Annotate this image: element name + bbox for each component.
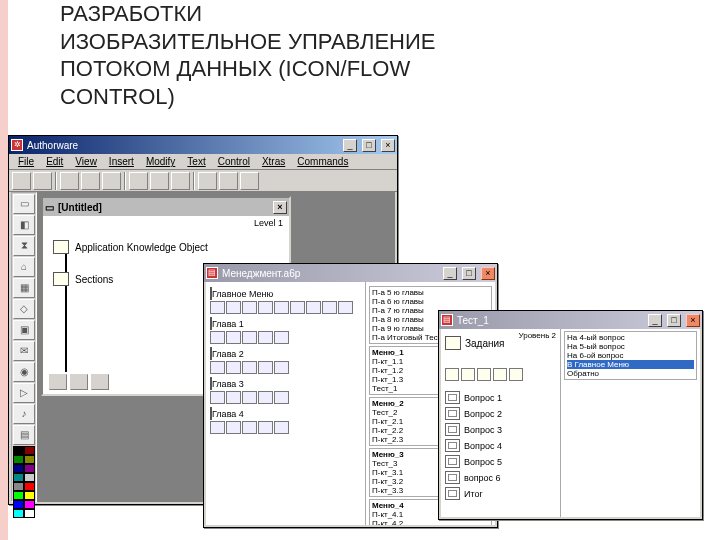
color-swatch[interactable] <box>24 464 35 473</box>
menu-text[interactable]: Text <box>182 155 210 168</box>
close-button[interactable]: × <box>381 139 395 152</box>
nav-option[interactable]: На 4-ый вопрос <box>567 333 694 342</box>
tool-button[interactable] <box>171 172 190 190</box>
tool-button[interactable] <box>102 172 121 190</box>
titlebar[interactable]: ▤ Менеджмент.a6p _ □ × <box>204 264 497 282</box>
chapter-item[interactable]: Глава 3 <box>210 378 361 404</box>
palette-icon[interactable]: ▣ <box>13 320 35 340</box>
color-swatch[interactable] <box>24 455 35 464</box>
question-label: Вопрос 1 <box>464 393 502 403</box>
flow-node[interactable]: Application Knowledge Object <box>53 240 208 254</box>
color-swatch[interactable] <box>13 464 24 473</box>
palette-icon[interactable]: ⌂ <box>13 257 35 277</box>
color-swatch[interactable] <box>24 500 35 509</box>
tool-button[interactable] <box>12 172 31 190</box>
color-swatch[interactable] <box>13 446 24 455</box>
branch-icon[interactable] <box>509 368 523 381</box>
question-row[interactable]: Итог <box>445 487 556 500</box>
palette-icon[interactable]: ◉ <box>13 362 35 382</box>
question-row[interactable]: Вопрос 1 <box>445 391 556 404</box>
menu-bar: File Edit View Insert Modify Text Contro… <box>9 154 397 170</box>
color-swatch[interactable] <box>24 473 35 482</box>
nav-option[interactable]: Обратно <box>567 369 694 378</box>
chapter-item[interactable]: Глава 2 <box>210 348 361 374</box>
color-swatch[interactable] <box>13 482 24 491</box>
menu-view[interactable]: View <box>70 155 102 168</box>
palette-icon[interactable]: ✉ <box>13 341 35 361</box>
minimize-button[interactable]: _ <box>343 139 357 152</box>
question-row[interactable]: Вопрос 5 <box>445 455 556 468</box>
titlebar[interactable]: ▤ Тест_1 _ □ × <box>439 311 702 329</box>
menu-file[interactable]: File <box>13 155 39 168</box>
palette-icon[interactable]: ◇ <box>13 299 35 319</box>
menu-edit[interactable]: Edit <box>41 155 68 168</box>
tool-button[interactable] <box>150 172 169 190</box>
question-row[interactable]: Вопрос 3 <box>445 423 556 436</box>
footer-button[interactable] <box>70 374 88 390</box>
tool-button[interactable] <box>129 172 148 190</box>
tool-button[interactable] <box>60 172 79 190</box>
footer-button[interactable] <box>49 374 67 390</box>
level-label: Level 1 <box>254 218 283 228</box>
close-icon[interactable]: × <box>273 201 287 214</box>
question-label: Вопрос 4 <box>464 441 502 451</box>
maximize-button[interactable]: □ <box>667 314 681 327</box>
tool-button[interactable] <box>219 172 238 190</box>
menu-commands[interactable]: Commands <box>292 155 353 168</box>
options-box: На 4-ый вопросНа 5-ый вопросНа 6-ой вопр… <box>564 331 697 380</box>
color-swatch[interactable] <box>13 473 24 482</box>
color-swatch[interactable] <box>13 509 24 518</box>
palette-icon[interactable]: ▦ <box>13 278 35 298</box>
menu-xtras[interactable]: Xtras <box>257 155 290 168</box>
menu-control[interactable]: Control <box>213 155 255 168</box>
branch-icon[interactable] <box>493 368 507 381</box>
branch-row <box>445 368 556 381</box>
chapter-item[interactable]: Глава 1 <box>210 318 361 344</box>
color-swatch[interactable] <box>13 491 24 500</box>
palette-icon[interactable]: ♪ <box>13 404 35 424</box>
test-window: ▤ Тест_1 _ □ × Уровень 2 Задания <box>438 310 703 520</box>
menu-modify[interactable]: Modify <box>141 155 180 168</box>
question-row[interactable]: вопрос 6 <box>445 471 556 484</box>
maximize-button[interactable]: □ <box>462 267 476 280</box>
palette-icon[interactable]: ▭ <box>13 194 35 214</box>
question-row[interactable]: Вопрос 2 <box>445 407 556 420</box>
palette-icon[interactable]: ▷ <box>13 383 35 403</box>
color-swatch[interactable] <box>24 482 35 491</box>
branch-icon[interactable] <box>445 368 459 381</box>
branch-icon[interactable] <box>477 368 491 381</box>
tool-button[interactable] <box>33 172 52 190</box>
tool-button[interactable] <box>240 172 259 190</box>
chapter-root[interactable]: Главное Меню <box>210 288 361 314</box>
tool-button[interactable] <box>198 172 217 190</box>
minimize-button[interactable]: _ <box>648 314 662 327</box>
close-button[interactable]: × <box>481 267 495 280</box>
box-item[interactable]: П-а 6 ю главы <box>372 297 489 306</box>
color-swatch[interactable] <box>24 509 35 518</box>
color-swatch[interactable] <box>24 491 35 500</box>
titlebar[interactable]: ✲ Authorware _ □ × <box>9 136 397 154</box>
color-swatch[interactable] <box>13 455 24 464</box>
nav-option[interactable]: В Главное Меню <box>567 360 694 369</box>
palette-icon[interactable]: ◧ <box>13 215 35 235</box>
color-swatch[interactable] <box>13 500 24 509</box>
window-title: Менеджмент.a6p <box>222 268 300 279</box>
palette-icon[interactable]: ▤ <box>13 425 35 445</box>
color-swatch[interactable] <box>24 446 35 455</box>
footer-button[interactable] <box>91 374 109 390</box>
minimize-button[interactable]: _ <box>443 267 457 280</box>
branch-icon[interactable] <box>461 368 475 381</box>
box-item[interactable]: П-а 5 ю главы <box>372 288 489 297</box>
tool-button[interactable] <box>81 172 100 190</box>
chapter-item[interactable]: Глава 4 <box>210 408 361 434</box>
close-button[interactable]: × <box>686 314 700 327</box>
map-icon <box>445 439 460 452</box>
nav-option[interactable]: На 6-ой вопрос <box>567 351 694 360</box>
palette-icon[interactable]: ⧗ <box>13 236 35 256</box>
nav-option[interactable]: На 5-ый вопрос <box>567 342 694 351</box>
doc-titlebar[interactable]: ▭ [Untitled] × <box>43 198 289 216</box>
menu-insert[interactable]: Insert <box>104 155 139 168</box>
flow-node[interactable]: Sections <box>53 272 113 286</box>
question-row[interactable]: Вопрос 4 <box>445 439 556 452</box>
maximize-button[interactable]: □ <box>362 139 376 152</box>
